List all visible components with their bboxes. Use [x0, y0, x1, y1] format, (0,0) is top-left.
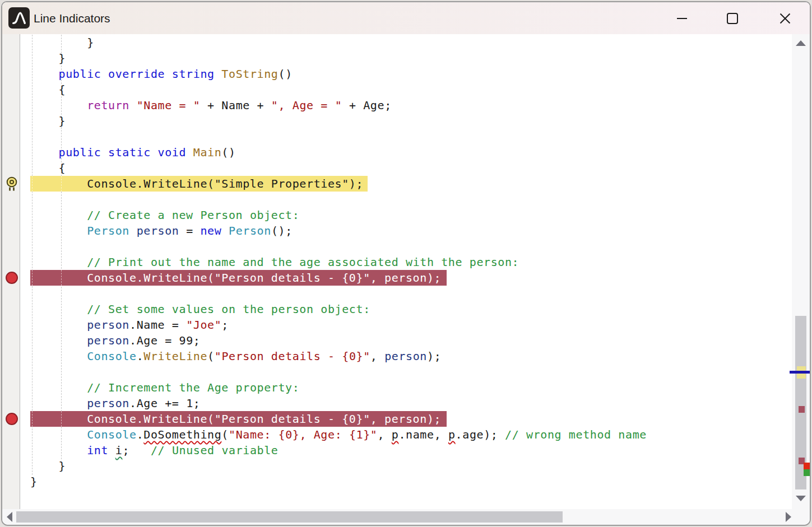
code-token [108, 444, 115, 457]
code-token: { [30, 161, 66, 175]
code-token: DoSomething [143, 428, 221, 441]
code-line[interactable]: { [30, 82, 66, 97]
code-token: ; [221, 318, 229, 332]
horizontal-scrollbar-thumb[interactable] [16, 511, 563, 523]
code-token: person [137, 224, 179, 237]
code-token: // Create a new Person object: [87, 208, 299, 222]
code-token [30, 334, 87, 347]
code-token: } [30, 114, 66, 128]
code-token [30, 349, 87, 363]
code-token [30, 381, 87, 394]
scroll-down-button[interactable] [796, 496, 806, 501]
code-line[interactable]: int i; // Unused variable [30, 442, 279, 458]
code-token: , [377, 428, 391, 441]
code-line[interactable]: // Set some values on the person object: [30, 301, 370, 317]
code-token: p [392, 428, 399, 441]
code-token: . [137, 349, 144, 363]
code-line[interactable]: public override string ToString() [30, 66, 293, 82]
window-title: Line Indicators [34, 2, 110, 34]
code-token [30, 146, 59, 159]
code-token [30, 224, 87, 237]
code-token: Person [87, 224, 129, 237]
code-token: Console [87, 428, 137, 441]
code-line[interactable]: { [30, 160, 66, 176]
minimize-button[interactable] [669, 2, 695, 34]
code-token [30, 428, 87, 441]
code-token: person [87, 318, 129, 332]
breakpoint-indicator-icon[interactable] [6, 413, 18, 425]
code-token: ToString [221, 67, 278, 81]
code-token: // wrong method name [505, 428, 647, 441]
app-window: Line Indicators } } public override stri… [1, 1, 811, 526]
code-token: ( [221, 428, 229, 441]
code-token [30, 397, 87, 410]
code-token: { [30, 83, 66, 96]
code-token [215, 67, 222, 81]
code-token: } [30, 52, 66, 65]
code-token: // Unused variable [151, 444, 279, 457]
code-line[interactable]: Console.WriteLine("Simple Properties"); [30, 176, 368, 192]
code-token: int [87, 444, 108, 457]
code-token: ", Age = " [271, 99, 342, 112]
code-token [129, 99, 137, 112]
scroll-up-button[interactable] [796, 40, 806, 46]
code-line[interactable]: // Increment the Age property: [30, 380, 299, 395]
maximize-button[interactable] [720, 2, 745, 34]
code-token: return [87, 99, 129, 112]
caret-line-mark [790, 371, 811, 374]
code-line[interactable]: return "Name = " + Name + ", Age = " + A… [30, 97, 392, 113]
code-token: // Set some values on the person object: [87, 302, 370, 316]
code-line[interactable]: person.Age = 99; [30, 333, 200, 348]
code-token: + Age; [342, 99, 392, 112]
code-token: p [448, 428, 456, 441]
code-token [30, 99, 87, 112]
code-line[interactable]: Console.WriteLine("Person details - {0}"… [30, 270, 447, 286]
code-token [30, 255, 87, 269]
code-line[interactable]: } [30, 50, 66, 66]
code-token: () [278, 67, 292, 81]
code-token: (); [271, 224, 293, 237]
code-line[interactable]: person.Name = "Joe"; [30, 317, 229, 333]
code-token: person [87, 397, 129, 410]
code-token: .age); [456, 428, 505, 441]
code-token [30, 318, 87, 332]
code-line[interactable]: Console.WriteLine("Person details - {0}"… [30, 411, 447, 427]
code-token: person [384, 349, 427, 363]
code-line[interactable]: public static void Main() [30, 144, 236, 160]
code-token: = [179, 224, 201, 237]
breakpoint-mark [799, 406, 805, 413]
warning-mark [804, 469, 810, 476]
breakpoint-indicator-icon[interactable] [6, 272, 18, 284]
code-token: public override string [59, 67, 215, 81]
code-token: Console.WriteLine("Simple Properties"); [30, 177, 363, 190]
code-editor[interactable]: } } public override string ToString() { … [2, 2, 810, 525]
code-line[interactable]: } [30, 474, 38, 489]
code-token: // Increment the Age property: [87, 381, 299, 394]
code-token: . [137, 428, 144, 441]
code-line[interactable]: } [30, 458, 66, 474]
minimize-icon [677, 18, 687, 19]
scroll-right-button[interactable] [786, 512, 791, 522]
code-line[interactable]: person.Age += 1; [30, 395, 200, 411]
app-logo-icon [8, 7, 30, 29]
code-token [30, 302, 87, 316]
code-line[interactable]: Console.WriteLine("Person details - {0}"… [30, 348, 441, 364]
lightbulb-indicator-icon[interactable] [6, 176, 18, 194]
code-token [129, 224, 137, 237]
code-line[interactable]: } [30, 35, 94, 50]
code-line[interactable]: Person person = new Person(); [30, 223, 293, 239]
error-mark [804, 463, 810, 469]
code-token: "Person details - {0}" [215, 349, 370, 363]
scroll-left-button[interactable] [7, 512, 12, 522]
code-token [221, 224, 229, 237]
code-token: ( [207, 349, 215, 363]
code-token [30, 208, 87, 222]
code-line[interactable]: Console.DoSomething("Name: {0}, Age: {1}… [30, 427, 647, 442]
code-line[interactable]: // Print out the name and the age associ… [30, 254, 519, 270]
title-bar[interactable]: Line Indicators [2, 2, 810, 34]
close-button[interactable] [772, 2, 798, 34]
code-line[interactable]: } [30, 113, 66, 129]
code-line[interactable]: // Create a new Person object: [30, 207, 299, 223]
code-token: () [221, 146, 235, 159]
code-token: , [370, 349, 384, 363]
